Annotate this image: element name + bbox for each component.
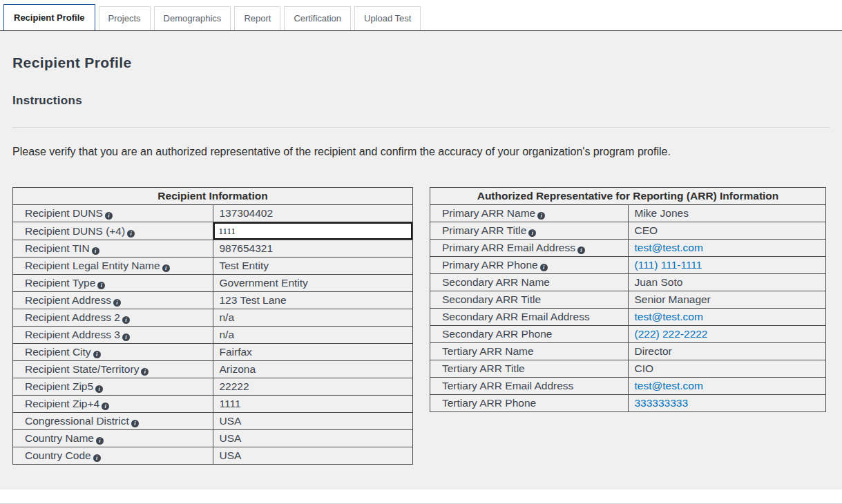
- row-value: n/a: [213, 327, 413, 344]
- row-label: Primary ARR Email Addressi: [430, 240, 629, 257]
- row-value: Mike Jones: [628, 205, 826, 222]
- row-value: 123 Test Lane: [213, 292, 413, 309]
- instructions-text: Please verify that you are an authorized…: [12, 146, 830, 158]
- table-row: Country NameiUSA: [13, 430, 413, 447]
- value-link[interactable]: (222) 222-2222: [635, 328, 708, 340]
- info-icon[interactable]: i: [127, 230, 135, 238]
- table-row: Recipient Address 2in/a: [13, 309, 413, 327]
- row-label: Primary ARR Phonei: [430, 257, 629, 274]
- row-label-text: Tertiary ARR Email Address: [442, 380, 573, 391]
- row-value: n/a: [213, 309, 413, 327]
- info-icon[interactable]: i: [95, 385, 103, 393]
- arr-table-header: Authorized Representative for Reporting …: [430, 188, 826, 205]
- page-title: Recipient Profile: [12, 55, 830, 71]
- row-label-text: Country Code: [25, 449, 91, 461]
- row-label: Secondary ARR Name: [430, 274, 629, 291]
- row-value: 1111: [213, 396, 413, 413]
- info-icon[interactable]: i: [577, 246, 585, 254]
- row-value: (222) 222-2222: [628, 326, 826, 343]
- table-row: Country CodeiUSA: [13, 447, 413, 465]
- info-icon[interactable]: i: [93, 454, 101, 462]
- arr-information-table: Authorized Representative for Reporting …: [430, 187, 826, 412]
- info-icon[interactable]: i: [96, 437, 104, 445]
- row-label: Recipient Address 3i: [13, 327, 213, 344]
- main-content: Recipient Profile Instructions Please ve…: [0, 31, 842, 490]
- row-value: 137304402: [213, 205, 413, 222]
- table-row: Recipient DUNSi137304402: [13, 205, 413, 222]
- row-value: test@test.com: [628, 378, 826, 395]
- value-link[interactable]: (111) 111-1111: [635, 259, 702, 271]
- tab-recipient-profile[interactable]: Recipient Profile: [3, 4, 95, 30]
- row-label: Secondary ARR Email Address: [430, 309, 629, 326]
- info-icon[interactable]: i: [141, 368, 149, 376]
- bottom-strip: [0, 490, 842, 504]
- row-label-text: Recipient Address: [25, 294, 111, 306]
- info-icon[interactable]: i: [97, 282, 105, 289]
- row-value: Juan Soto: [628, 274, 826, 291]
- table-row: Recipient Legal Entity NameiTest Entity: [13, 258, 413, 275]
- tab-demographics[interactable]: Demographics: [154, 6, 231, 30]
- row-label: Primary ARR Namei: [430, 205, 629, 222]
- info-icon[interactable]: i: [122, 316, 130, 324]
- row-label: Recipient State/Territoryi: [13, 361, 213, 378]
- info-icon[interactable]: i: [162, 264, 170, 272]
- row-label: Secondary ARR Title: [430, 291, 629, 309]
- row-value: Test Entity: [213, 258, 413, 275]
- tab-bar: Recipient ProfileProjectsDemographicsRep…: [0, 0, 842, 31]
- row-label: Recipient Address 2i: [13, 309, 213, 327]
- tables-container: Recipient Information Recipient DUNSi137…: [12, 187, 830, 465]
- row-label: Recipient DUNS (+4)i: [13, 222, 213, 240]
- table-row: Recipient TypeiGovernment Entity: [13, 275, 413, 292]
- row-value: USA: [213, 413, 413, 430]
- row-label-text: Secondary ARR Phone: [442, 328, 552, 340]
- row-label-text: Recipient Address 3: [25, 329, 120, 340]
- row-label: Secondary ARR Phone: [430, 326, 629, 343]
- row-label-text: Secondary ARR Name: [442, 276, 550, 288]
- row-label-text: Tertiary ARR Name: [442, 345, 534, 357]
- tab-projects[interactable]: Projects: [99, 6, 151, 30]
- table-row: Secondary ARR NameJuan Soto: [430, 274, 826, 291]
- divider: [12, 127, 830, 128]
- row-label-text: Recipient Zip+4: [25, 398, 99, 409]
- table-row: Tertiary ARR Email Addresstest@test.com: [430, 378, 826, 395]
- info-icon[interactable]: i: [105, 212, 113, 220]
- value-link[interactable]: test@test.com: [635, 380, 703, 391]
- row-label: Recipient Addressi: [13, 292, 213, 309]
- tab-certification[interactable]: Certification: [284, 6, 351, 30]
- recipient-information-table: Recipient Information Recipient DUNSi137…: [12, 187, 413, 465]
- table-row: Tertiary ARR Phone333333333: [430, 395, 826, 412]
- info-icon[interactable]: i: [92, 247, 99, 255]
- recipient-table-header: Recipient Information: [13, 188, 413, 205]
- info-icon[interactable]: i: [537, 212, 545, 220]
- table-row: Primary ARR TitleiCEO: [430, 222, 826, 240]
- row-value: Director: [628, 343, 826, 360]
- info-icon[interactable]: i: [93, 351, 101, 358]
- row-value: Senior Manager: [628, 291, 826, 309]
- table-header-row: Recipient Information: [13, 188, 413, 205]
- info-icon[interactable]: i: [528, 229, 536, 237]
- info-icon[interactable]: i: [102, 403, 109, 410]
- row-label: Tertiary ARR Name: [430, 343, 629, 360]
- table-row: Congressional DistrictiUSA: [13, 413, 413, 430]
- recipient-duns-plus4-input[interactable]: [213, 222, 413, 240]
- table-row: Recipient Zip5i22222: [13, 378, 413, 396]
- info-icon[interactable]: i: [540, 264, 548, 271]
- row-value: CEO: [628, 222, 826, 240]
- value-link[interactable]: test@test.com: [635, 311, 703, 322]
- tab-upload-test[interactable]: Upload Test: [354, 6, 421, 30]
- table-row: Recipient Zip+4i1111: [13, 396, 413, 413]
- row-label: Recipient Typei: [13, 275, 213, 292]
- row-label-text: Recipient Zip5: [25, 380, 93, 392]
- row-label-text: Secondary ARR Email Address: [442, 311, 590, 322]
- tab-report[interactable]: Report: [234, 6, 280, 30]
- info-icon[interactable]: i: [122, 333, 130, 341]
- table-row: Recipient State/TerritoryiArizona: [13, 361, 413, 378]
- table-row: Recipient Address 3in/a: [13, 327, 413, 344]
- info-icon[interactable]: i: [113, 299, 121, 307]
- value-link[interactable]: 333333333: [635, 397, 689, 409]
- row-value: test@test.com: [628, 240, 826, 257]
- table-row: Recipient Addressi123 Test Lane: [13, 292, 413, 309]
- info-icon[interactable]: i: [131, 420, 139, 427]
- value-link[interactable]: test@test.com: [635, 242, 703, 253]
- table-row: Primary ARR Email Addressitest@test.com: [430, 240, 826, 257]
